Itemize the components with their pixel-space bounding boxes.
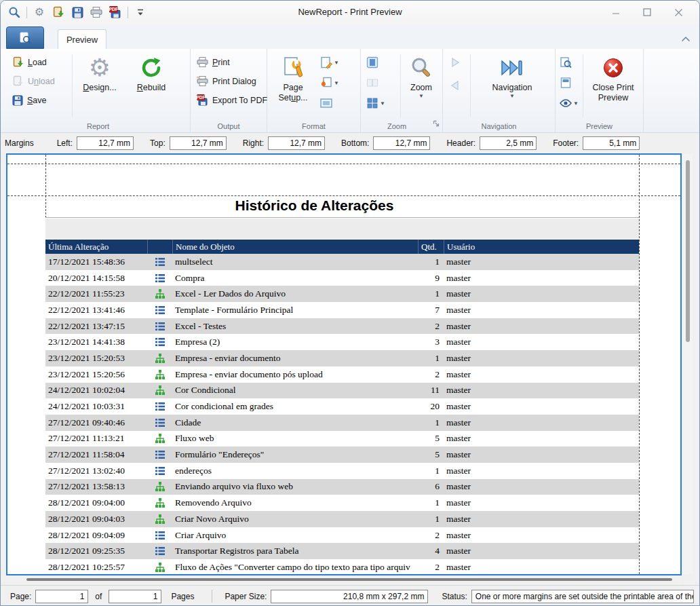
table-row: 23/12/2021 14:41:38Empresa (2)3master xyxy=(45,334,639,350)
cell-date: 27/12/2021 11:13:21 xyxy=(45,431,147,447)
cell-name: Cidade xyxy=(172,415,418,431)
vertical-scrollbar-thumb[interactable] xyxy=(686,160,690,342)
navigation-button[interactable]: Navigation ▼ xyxy=(474,54,550,99)
print-preview-page[interactable]: Histórico de Alterações Última Alteração… xyxy=(6,153,682,575)
ribbon-group-report: Load Unload Save ⚙ Design... xyxy=(6,49,191,132)
export-pdf-label: Export To PDF xyxy=(212,96,267,105)
table-row: 27/12/2021 13:58:13Enviando arquivo via … xyxy=(45,479,639,495)
margin-top-field[interactable]: 12,7 mm xyxy=(170,136,227,150)
cell-user: master xyxy=(444,383,639,399)
cell-date: 28/12/2021 09:04:00 xyxy=(45,495,147,511)
list-icon xyxy=(147,463,172,479)
export-pdf-button[interactable]: PDF Export To PDF xyxy=(193,92,271,109)
save-icon xyxy=(12,95,23,106)
load-icon xyxy=(12,56,24,68)
ribbon-group-output: Print " Print Dialog PDF Export To PDF O… xyxy=(191,49,267,132)
margin-right-field[interactable]: 12,7 mm xyxy=(268,136,325,150)
watermark-button[interactable] xyxy=(320,95,339,111)
cell-qty: 1 xyxy=(418,415,444,431)
page-color-button[interactable]: ▼ xyxy=(320,75,339,91)
page-setup-label-line1: Page xyxy=(283,83,303,93)
cell-date: 27/12/2021 11:58:04 xyxy=(45,447,147,463)
cell-user: master xyxy=(444,350,639,366)
view-options-button[interactable]: ▼ xyxy=(560,95,579,111)
cell-user: master xyxy=(444,398,639,415)
cell-name: multselect xyxy=(172,254,418,270)
zoom-button[interactable]: Zoom ▼ xyxy=(403,54,440,99)
load-button[interactable]: Load xyxy=(9,54,58,71)
cell-name: endereços xyxy=(172,463,418,479)
table-row: 28/12/2021 09:04:03Criar Novo Arquivo1ma… xyxy=(45,511,639,527)
margin-left-field[interactable]: 12,7 mm xyxy=(77,136,134,150)
page-header-button[interactable] xyxy=(560,75,579,91)
table-row: 27/12/2021 11:13:21Fluxo web5master xyxy=(45,431,639,447)
cell-date: 28/12/2021 09:04:03 xyxy=(45,511,147,527)
dropdown-arrow-icon: ▼ xyxy=(380,101,385,107)
list-icon xyxy=(147,334,172,350)
total-pages-field[interactable]: 1 xyxy=(109,590,161,603)
cell-name: Empresa - enviar documento xyxy=(172,350,418,366)
page-options-button[interactable]: ▼ xyxy=(320,54,339,71)
dropdown-arrow-icon: ▼ xyxy=(509,94,515,99)
cell-name: Cor condicional em grades xyxy=(172,398,418,415)
multiple-pages-button[interactable]: ▼ xyxy=(366,95,385,111)
ribbon-group-navigation: Navigation ▼ Navigation xyxy=(443,49,556,132)
cell-qty: 9 xyxy=(418,270,444,286)
cell-qty: 4 xyxy=(418,543,444,559)
margin-bottom-label: Bottom: xyxy=(341,138,369,148)
table-row: 24/12/2021 10:03:31Cor condicional em gr… xyxy=(45,398,639,415)
print-button[interactable]: Print xyxy=(193,54,271,71)
cell-date: 22/12/2021 13:41:46 xyxy=(45,302,147,318)
printable-area-dashed-line xyxy=(639,155,640,574)
cell-date: 28/12/2021 10:25:57 xyxy=(45,559,147,575)
cell-date: 22/12/2021 11:55:23 xyxy=(45,286,147,302)
navigation-label: Navigation xyxy=(492,83,532,93)
cell-date: 22/12/2021 13:47:15 xyxy=(45,318,147,335)
rebuild-label: Rebuild xyxy=(137,83,166,93)
save-button[interactable]: Save xyxy=(9,92,58,109)
zoom-page-button[interactable] xyxy=(560,54,579,71)
close-print-preview-button[interactable]: Close Print Preview xyxy=(584,54,642,103)
table-row: 28/12/2021 09:04:00Removendo Arquivo1mas… xyxy=(45,495,639,511)
page-setup-button[interactable]: Page Setup... xyxy=(271,54,315,103)
previous-page-button xyxy=(450,80,461,94)
table-row: 22/12/2021 13:41:46Template - Formulário… xyxy=(45,302,639,318)
zoom-label: Zoom xyxy=(410,83,432,93)
close-button[interactable] xyxy=(663,1,694,24)
minimize-button[interactable] xyxy=(600,1,631,24)
table-row: 27/12/2021 11:58:04Formulário "Endereços… xyxy=(45,447,639,463)
cell-name: Transportar Registros para Tabela xyxy=(172,543,418,559)
cell-date: 28/12/2021 09:25:35 xyxy=(45,543,147,559)
margin-bottom-field[interactable]: 12,7 mm xyxy=(373,136,430,150)
cell-user: master xyxy=(444,431,639,447)
page-header-icon xyxy=(560,77,572,89)
vertical-scrollbar[interactable] xyxy=(683,154,693,574)
report-band xyxy=(45,219,639,239)
cell-user: master xyxy=(444,447,639,463)
cell-qty: 20 xyxy=(418,398,444,415)
collapse-ribbon-icon[interactable] xyxy=(680,34,691,46)
margins-toolbar: Margins Left: 12,7 mm Top: 12,7 mm Right… xyxy=(1,133,699,153)
rebuild-button[interactable]: Rebuild xyxy=(127,54,176,93)
cell-user: master xyxy=(444,559,639,575)
design-label: Design... xyxy=(83,83,116,93)
cell-name: Cor Condicional xyxy=(172,383,418,399)
application-menu-button[interactable] xyxy=(6,26,44,49)
margin-footer-field[interactable]: 5,1 mm xyxy=(583,136,640,150)
cell-name: Fluxo web xyxy=(172,431,418,447)
previous-arrow-icon xyxy=(450,80,461,91)
horizontal-scrollbar-thumb[interactable] xyxy=(26,578,672,581)
margin-header-field[interactable]: 2,5 mm xyxy=(480,136,537,150)
page-edit-icon xyxy=(320,56,332,69)
print-dialog-icon: " xyxy=(197,76,208,86)
next-arrow-icon xyxy=(450,57,461,68)
page-number-field[interactable]: 1 xyxy=(35,590,88,603)
whole-page-button[interactable] xyxy=(366,54,385,71)
zoom-dialog-launcher-icon[interactable] xyxy=(432,118,440,130)
print-dialog-button[interactable]: " Print Dialog xyxy=(193,73,271,90)
list-icon xyxy=(147,302,172,318)
horizontal-scrollbar[interactable] xyxy=(6,575,682,584)
tab-preview[interactable]: Preview xyxy=(58,29,106,50)
maximize-button[interactable] xyxy=(631,1,663,24)
design-button[interactable]: ⚙ Design... xyxy=(75,54,124,93)
